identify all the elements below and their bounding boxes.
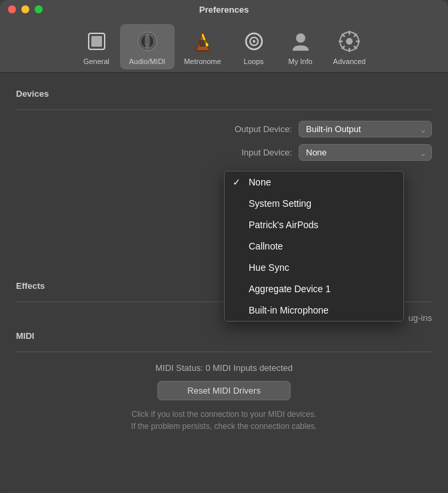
reset-midi-button[interactable]: Reset MIDI Drivers [157,381,291,400]
tab-my-info[interactable]: My Info [277,24,324,69]
toolbar: General Audio/MIDI [0,19,448,73]
preferences-window: Preferences General A [0,0,448,493]
metronome-icon [189,28,216,55]
output-device-row: Output Device: Built-in Output [16,121,432,137]
window-controls [8,5,43,13]
plugins-label: ug-ins [409,313,432,323]
audio-midi-icon [134,28,161,55]
svg-line-22 [355,47,357,49]
svg-line-24 [343,47,345,49]
tab-loops-label: Loops [244,57,264,65]
title-bar: Preferences [0,0,448,19]
tab-metronome-label: Metronome [184,57,221,65]
dropdown-item-hue-sync[interactable]: Hue Sync [225,257,403,278]
svg-point-13 [253,40,255,43]
devices-divider [16,109,432,110]
svg-rect-1 [91,36,102,47]
tab-general-label: General [83,57,109,65]
output-device-label: Output Device: [212,124,292,134]
tab-metronome[interactable]: Metronome [175,24,231,69]
output-device-select[interactable]: Built-in Output [299,121,432,137]
dropdown-item-builtin-mic[interactable]: Built-in Microphone [225,300,403,321]
advanced-icon [336,28,363,55]
dropdown-item-callnote[interactable]: Callnote [225,235,403,257]
content-area: Devices Output Device: Built-in Output I… [0,73,448,493]
midi-divider [16,352,432,352]
tab-my-info-label: My Info [289,57,313,65]
input-device-label: Input Device: [212,147,292,157]
svg-point-16 [346,38,353,45]
input-device-select[interactable]: None [299,144,432,161]
svg-point-14 [296,33,305,43]
dropdown-item-aggregate[interactable]: Aggregate Device 1 [225,278,403,300]
close-button[interactable] [8,5,16,13]
input-device-row: Input Device: None None System Setting [16,144,432,161]
tab-general[interactable]: General [73,24,120,69]
devices-header: Devices [16,89,432,99]
dropdown-item-airpods[interactable]: Patrick's AirPods [225,214,403,235]
dropdown-item-system-setting[interactable]: System Setting [225,193,403,214]
svg-rect-10 [197,50,209,52]
maximize-button[interactable] [35,5,43,13]
tab-advanced[interactable]: Advanced [324,24,375,69]
tab-audio-midi-label: Audio/MIDI [129,57,165,65]
loops-icon [241,28,267,55]
midi-header: MIDI [16,331,432,341]
general-icon [83,28,110,55]
svg-line-23 [355,35,357,37]
svg-line-21 [343,35,345,37]
input-device-wrapper: None [299,144,432,161]
midi-status: MIDI Status: 0 MIDI Inputs detected [16,363,432,373]
my-info-icon [287,28,314,55]
devices-section: Devices Output Device: Built-in Output I… [16,89,432,161]
midi-note: Click if you lost the connection to your… [16,408,432,432]
output-device-wrapper: Built-in Output [299,121,432,137]
svg-rect-9 [199,40,206,47]
window-title: Preferences [199,5,249,15]
tab-loops[interactable]: Loops [231,24,277,69]
minimize-button[interactable] [21,5,29,13]
midi-section: MIDI MIDI Status: 0 MIDI Inputs detected… [16,331,432,432]
input-device-dropdown: None System Setting Patrick's AirPods Ca… [224,171,404,322]
dropdown-item-none[interactable]: None [225,171,403,193]
tab-advanced-label: Advanced [333,57,366,65]
tab-audio-midi[interactable]: Audio/MIDI [120,24,175,69]
